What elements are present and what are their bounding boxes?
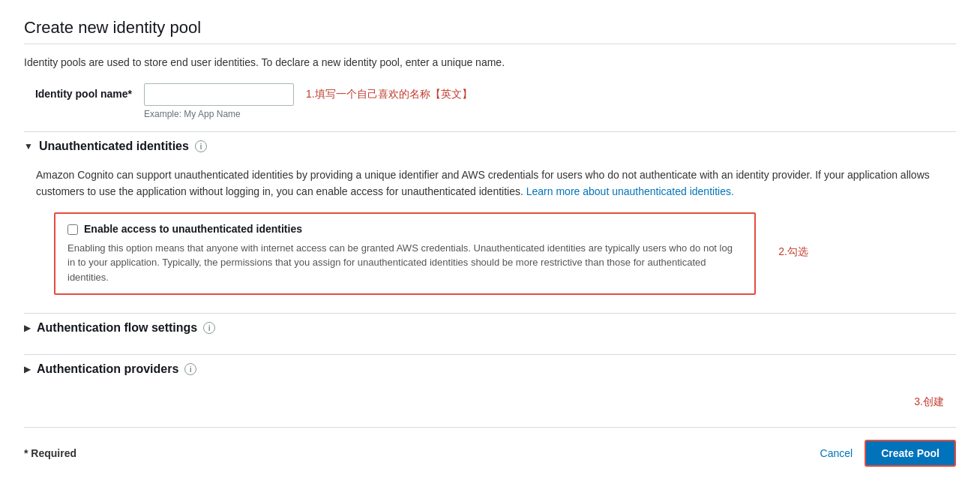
unauthenticated-checkbox[interactable] (67, 224, 78, 235)
unauthenticated-section-header[interactable]: ▼ Unauthenticated identities i (24, 131, 956, 161)
pool-name-input-wrapper: Example: My App Name (144, 83, 294, 119)
step3-annotation-wrapper: 3.创建 (24, 395, 956, 409)
auth-providers-arrow-icon: ▶ (24, 364, 31, 374)
auth-providers-section: ▶ Authentication providers i (24, 354, 956, 383)
unauthenticated-section: ▼ Unauthenticated identities i Amazon Co… (24, 131, 956, 301)
unauthenticated-checkbox-description: Enabling this option means that anyone w… (67, 241, 742, 285)
unauthenticated-checkbox-container: Enable access to unauthenticated identit… (54, 212, 756, 296)
auth-providers-section-title: Authentication providers (37, 362, 178, 376)
unauthenticated-description: Amazon Cognito can support unauthenticat… (36, 167, 956, 200)
page-title: Create new identity pool (24, 18, 956, 38)
unauthenticated-arrow-icon: ▼ (24, 141, 33, 152)
pool-name-label: Identity pool name* (24, 83, 144, 100)
pool-name-row: Identity pool name* Example: My App Name… (24, 83, 956, 119)
pool-name-hint: Example: My App Name (144, 109, 294, 119)
unauthenticated-learn-more-link[interactable]: Learn more about unauthenticated identit… (526, 185, 734, 197)
auth-flow-section-title: Authentication flow settings (37, 321, 197, 335)
title-divider (24, 44, 956, 44)
cancel-link[interactable]: Cancel (820, 447, 853, 459)
step3-annotation: 3.创建 (914, 395, 944, 409)
step1-annotation: 1.填写一个自己喜欢的名称【英文】 (306, 83, 472, 101)
auth-flow-arrow-icon: ▶ (24, 323, 31, 333)
auth-providers-section-header[interactable]: ▶ Authentication providers i (24, 354, 956, 383)
unauthenticated-checkbox-row: Enable access to unauthenticated identit… (67, 223, 742, 235)
auth-providers-info-icon[interactable]: i (184, 363, 196, 375)
pool-name-input[interactable] (144, 83, 294, 106)
footer-bar: * Required Cancel Create Pool (24, 427, 956, 479)
required-note: * Required (24, 447, 76, 459)
auth-flow-section: ▶ Authentication flow settings i (24, 313, 956, 342)
unauthenticated-info-icon[interactable]: i (195, 140, 207, 152)
create-pool-button[interactable]: Create Pool (865, 440, 956, 467)
unauthenticated-section-title: Unauthenticated identities (39, 140, 189, 153)
page-subtitle: Identity pools are used to store end use… (24, 56, 956, 68)
auth-flow-info-icon[interactable]: i (203, 322, 215, 334)
footer-actions: Cancel Create Pool (820, 440, 956, 467)
unauthenticated-checkbox-label: Enable access to unauthenticated identit… (84, 223, 302, 235)
unauthenticated-section-body: Amazon Cognito can support unauthenticat… (24, 161, 956, 301)
auth-flow-section-header[interactable]: ▶ Authentication flow settings i (24, 313, 956, 342)
step2-annotation: 2.勾选 (778, 245, 808, 259)
